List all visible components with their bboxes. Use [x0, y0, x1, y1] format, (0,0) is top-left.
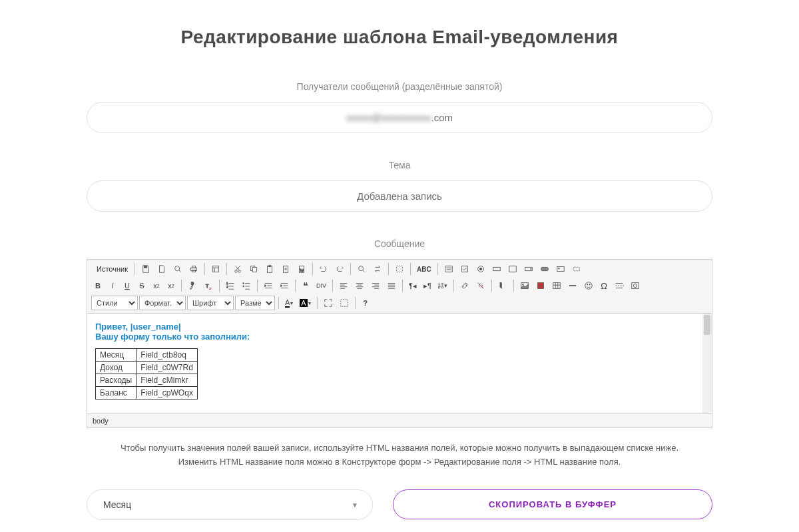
flash-icon[interactable]: f	[533, 279, 548, 292]
image-icon[interactable]	[517, 279, 532, 292]
svg-rect-25	[541, 267, 548, 270]
undo-icon[interactable]	[316, 262, 331, 276]
editor-status-bar: body	[87, 413, 712, 427]
link-icon[interactable]	[457, 279, 472, 292]
copy-to-buffer-button[interactable]: СКОПИРОВАТЬ В БУФФЕР	[393, 489, 712, 519]
outdent-icon[interactable]	[261, 279, 276, 292]
svg-rect-11	[267, 266, 272, 273]
copy-icon[interactable]	[246, 262, 261, 276]
find-icon[interactable]	[354, 262, 369, 276]
strike-icon[interactable]: S	[135, 279, 148, 292]
ltr-icon[interactable]: ¶◂	[406, 279, 419, 292]
editor-greeting: Привет, |user_name|	[95, 322, 704, 332]
redo-icon[interactable]	[332, 262, 347, 276]
recipients-label: Получатели сообщений (разделённые запято…	[87, 81, 712, 92]
smiley-icon[interactable]	[581, 279, 596, 292]
size-select[interactable]: Размер	[235, 296, 275, 310]
font-select[interactable]: Шрифт	[187, 296, 234, 310]
styles-select[interactable]: Стили	[91, 296, 138, 310]
textcolor-icon[interactable]: A▾	[282, 296, 296, 310]
removeformat-icon[interactable]: T	[201, 279, 216, 292]
underline-icon[interactable]: U	[121, 279, 134, 292]
imagebutton-icon[interactable]	[553, 262, 568, 276]
cut-icon[interactable]	[230, 262, 245, 276]
svg-point-7	[235, 270, 238, 273]
field-select[interactable]: Месяц	[87, 489, 373, 520]
editor-content-area[interactable]: Привет, |user_name| Вашу форму только чт…	[87, 314, 712, 413]
svg-point-41	[589, 284, 590, 285]
message-label: Сообщение	[87, 238, 712, 249]
italic-icon[interactable]: I	[106, 279, 119, 292]
language-icon[interactable]: 話▾	[435, 279, 450, 292]
preview-icon[interactable]	[170, 262, 185, 276]
table-row: ДоходField_c0W7Rd	[96, 362, 198, 374]
spellcheck-icon[interactable]: ABC	[414, 262, 434, 276]
pagebreak-icon[interactable]	[612, 279, 627, 292]
recipients-value-suffix: .com	[431, 112, 453, 123]
svg-rect-23	[509, 266, 516, 272]
svg-rect-19	[461, 266, 467, 272]
specialchar-icon[interactable]: Ω	[597, 279, 611, 292]
svg-point-32	[243, 283, 244, 284]
copyformat-icon[interactable]	[185, 279, 200, 292]
blockquote-icon[interactable]: ❝	[299, 279, 312, 292]
format-select[interactable]: Формат...	[139, 296, 186, 310]
bold-icon[interactable]: B	[91, 279, 105, 292]
svg-text:2: 2	[226, 285, 228, 288]
new-page-icon[interactable]	[154, 262, 169, 276]
svg-point-39	[585, 282, 593, 290]
replace-icon[interactable]	[370, 262, 385, 276]
align-right-icon[interactable]	[368, 279, 383, 292]
showblocks-icon[interactable]	[337, 296, 352, 310]
svg-rect-22	[493, 267, 500, 270]
unlink-icon[interactable]	[473, 279, 488, 292]
hidden-icon[interactable]	[569, 262, 584, 276]
select-icon[interactable]	[521, 262, 536, 276]
align-justify-icon[interactable]	[384, 279, 399, 292]
textfield-icon[interactable]	[489, 262, 504, 276]
form-icon[interactable]	[441, 262, 456, 276]
subscript-icon[interactable]: x2	[150, 279, 163, 292]
rich-text-editor: Источник W	[87, 259, 712, 428]
select-all-icon[interactable]	[392, 262, 407, 276]
maximize-icon[interactable]	[321, 296, 336, 310]
paste-text-icon[interactable]	[278, 262, 293, 276]
align-center-icon[interactable]	[352, 279, 367, 292]
radio-icon[interactable]	[473, 262, 488, 276]
textarea-icon[interactable]	[505, 262, 520, 276]
save-icon[interactable]	[138, 262, 153, 276]
scrollbar[interactable]	[702, 314, 712, 413]
rtl-icon[interactable]: ▸¶	[421, 279, 434, 292]
checkbox-icon[interactable]	[457, 262, 472, 276]
svg-point-35	[523, 284, 524, 285]
table-icon[interactable]	[549, 279, 564, 292]
table-row: РасходыField_cMimkr	[96, 374, 198, 387]
paste-icon[interactable]	[262, 262, 277, 276]
source-button[interactable]: Источник	[91, 264, 131, 274]
bulletedlist-icon[interactable]	[239, 279, 254, 292]
iframe-icon[interactable]	[628, 279, 643, 292]
svg-rect-28	[573, 267, 579, 270]
svg-rect-26	[557, 267, 564, 272]
about-icon[interactable]: ?	[359, 296, 372, 310]
align-left-icon[interactable]	[336, 279, 351, 292]
paste-word-icon[interactable]: W	[294, 262, 309, 276]
indent-icon[interactable]	[277, 279, 292, 292]
anchor-icon[interactable]	[495, 279, 510, 292]
hr-icon[interactable]	[565, 279, 580, 292]
svg-rect-10	[252, 267, 256, 272]
svg-point-21	[479, 268, 482, 270]
bgcolor-icon[interactable]: A▾	[297, 296, 313, 310]
superscript-icon[interactable]: x2	[164, 279, 178, 292]
recipients-input[interactable]: xxxxx@xxxxxxxxxx.com	[87, 102, 712, 133]
button-icon[interactable]	[537, 262, 552, 276]
templates-icon[interactable]	[208, 262, 223, 276]
numberedlist-icon[interactable]: 12	[223, 279, 238, 292]
print-icon[interactable]	[186, 262, 201, 276]
page-title: Редактирование шаблона Email-уведомления	[87, 27, 712, 48]
svg-rect-1	[144, 266, 146, 268]
svg-rect-44	[340, 300, 348, 307]
subject-input[interactable]	[87, 180, 712, 212]
svg-text:f: f	[539, 284, 541, 288]
div-icon[interactable]: DIV	[314, 279, 329, 292]
